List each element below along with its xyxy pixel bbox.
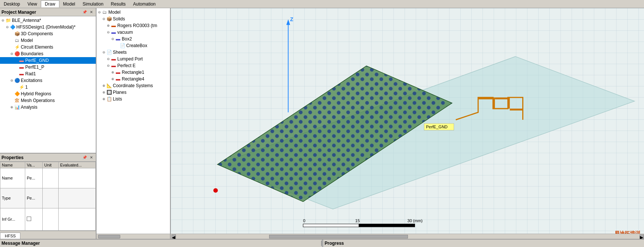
toggle-box2[interactable]: ⊖	[111, 37, 115, 41]
scroll-left-btn[interactable]: ◀	[171, 234, 176, 239]
tree-hfss-design[interactable]: ⊖ 🔷 HFSSDesign1 (DrivenModal)*	[0, 24, 96, 30]
tree-coord-systems[interactable]: ⊕ 📐 Coordinate Systems	[97, 82, 170, 89]
scroll-thumb[interactable]	[269, 235, 408, 238]
createbox-icon: 📄	[120, 43, 125, 49]
middle-hscroll[interactable]	[97, 234, 170, 239]
prop-close-icon[interactable]: ✕	[88, 155, 94, 161]
toggle-hybrid[interactable]: ⊕	[10, 92, 14, 96]
toggle-perfect-e[interactable]: ⊖	[106, 63, 111, 68]
infgr-checkbox[interactable]	[27, 217, 31, 221]
tree-rad1[interactable]: ⊕ ▬ Rad1	[0, 70, 96, 77]
toggle-model-root[interactable]: ⊖	[97, 10, 102, 14]
tree-model-root[interactable]: ⊖ 🗂 Model	[97, 9, 170, 16]
prop-type-eval	[58, 188, 95, 208]
toggle-solids[interactable]: ⊖	[102, 17, 106, 21]
z-axis-label: Z	[290, 16, 293, 22]
menu-draw[interactable]: Draw	[41, 0, 59, 7]
toggle-exc-1[interactable]: ⊕	[14, 85, 19, 89]
toggle-perfe1-p[interactable]: ⊕	[14, 65, 19, 69]
mesh-label: Mesh Operations	[21, 98, 55, 103]
toggle-mesh[interactable]: ⊕	[10, 98, 14, 103]
panel-icon-group: 📌 ✕	[82, 9, 94, 15]
middle-panel: ⊖ 🗂 Model ⊖ 📦 Solids ⊕ ▬ Rogers RO3003 (…	[97, 8, 171, 239]
menu-desktop[interactable]: Desktop	[0, 1, 24, 7]
mesh-icon: 🕸	[14, 98, 20, 103]
tree-createbox[interactable]: ⊕ 📄 CreateBox	[97, 42, 170, 49]
tree-hybrid-regions[interactable]: ⊕ 🔶 Hybrid Regions	[0, 90, 96, 97]
toggle-circuit[interactable]: ⊕	[10, 45, 14, 49]
scroll-track[interactable]	[177, 235, 639, 238]
prop-row-type: Type Pe...	[0, 188, 96, 208]
toggle-perfe-gnd[interactable]: ⊕	[14, 58, 19, 63]
trace-horiz2	[495, 98, 508, 99]
tree-exc-1[interactable]: ⊕ ⚡ 1	[0, 84, 96, 90]
tree-lumped-port[interactable]: ⊖ ▬ Lumped Port	[97, 56, 170, 62]
tree-perfe-gnd[interactable]: ⊕ ▬ PerfE_GND	[0, 57, 96, 64]
tree-model[interactable]: ⊕ 🗂 Model	[0, 37, 96, 44]
vacuum-label: vacuum	[117, 30, 133, 35]
menu-automation[interactable]: Automation	[130, 1, 160, 7]
toggle-ble-antenna[interactable]: ⊖	[1, 18, 5, 23]
scroll-right-btn[interactable]: ▶	[640, 234, 644, 239]
toggle-model[interactable]: ⊕	[10, 38, 14, 43]
rogers-icon: ▬	[111, 23, 117, 29]
menu-simulation[interactable]: Simulation	[79, 1, 107, 7]
model-label: Model	[21, 38, 33, 43]
toggle-sheets[interactable]: ⊖	[102, 50, 106, 55]
prop-pin-icon[interactable]: 📌	[82, 155, 88, 161]
tree-rectangle4[interactable]: ⊕ ▬ Rectangle4	[97, 76, 170, 82]
menu-view[interactable]: View	[24, 1, 41, 7]
toggle-rad1[interactable]: ⊕	[14, 72, 19, 76]
tree-circuit-elements[interactable]: ⊕ ⚡ Circuit Elements	[0, 44, 96, 50]
toggle-3d[interactable]: ⊕	[10, 32, 14, 36]
tree-perfect-e[interactable]: ⊖ ▬ Perfect E	[97, 62, 170, 69]
tree-rogers[interactable]: ⊕ ▬ Rogers RO3003 (tm	[97, 22, 170, 29]
toggle-lists[interactable]: ⊕	[102, 97, 106, 101]
col-evaluated: Evaluated...	[58, 162, 95, 168]
toggle-excitations[interactable]: ⊖	[10, 78, 14, 83]
toggle-createbox[interactable]: ⊕	[115, 43, 120, 48]
toggle-rect4[interactable]: ⊕	[111, 77, 115, 81]
tree-excitations[interactable]: ⊖ 🔵 Excitations	[0, 77, 96, 84]
hfss-tab[interactable]: HFSS	[0, 233, 20, 239]
tree-perfe1-p[interactable]: ⊕ ▬ PerfE1_P	[0, 64, 96, 70]
rad1-label: Rad1	[25, 71, 36, 76]
menu-results[interactable]: Results	[107, 1, 130, 7]
toggle-planes[interactable]: ⊕	[102, 90, 106, 95]
rogers-label: Rogers RO3003 (tm	[117, 23, 157, 28]
left-panel: Project Manager 📌 ✕ ⊖ 📁 BLE_Antenna* ⊖ 🔷…	[0, 8, 97, 239]
tree-boundaries[interactable]: ⊖ 🔴 Boundaries	[0, 50, 96, 57]
toggle-coord[interactable]: ⊕	[102, 83, 106, 88]
menu-model[interactable]: Model	[59, 1, 79, 7]
pin-icon[interactable]: 📌	[82, 9, 88, 15]
perfect-e-label: Perfect E	[117, 63, 135, 68]
toggle-rect1[interactable]: ⊕	[111, 70, 115, 75]
model-root-icon: 🗂	[102, 9, 108, 15]
tree-planes[interactable]: ⊕ 🔲 Planes	[97, 89, 170, 96]
tree-sheets[interactable]: ⊖ 📄 Sheets	[97, 49, 170, 56]
tree-box2[interactable]: ⊖ ▬ Box2	[97, 36, 170, 42]
toggle-vacuum[interactable]: ⊖	[106, 30, 111, 34]
tree-lists[interactable]: ⊕ 📋 Lists	[97, 96, 170, 102]
toggle-analysis[interactable]: ⊕	[10, 105, 14, 109]
tree-vacuum[interactable]: ⊖ ▬ vacuum	[97, 29, 170, 36]
close-icon[interactable]: ✕	[88, 9, 94, 15]
tree-solids[interactable]: ⊖ 📦 Solids	[97, 16, 170, 22]
toggle-boundaries[interactable]: ⊖	[10, 52, 14, 56]
tree-mesh-operations[interactable]: ⊕ 🕸 Mesh Operations	[0, 97, 96, 104]
viewport[interactable]: Z	[171, 8, 644, 239]
tree-3d-components[interactable]: ⊕ 📦 3D Components	[0, 30, 96, 37]
toggle-hfss[interactable]: ⊖	[5, 25, 10, 29]
perfe1-p-icon: ▬	[19, 64, 24, 70]
tree-ble-antenna[interactable]: ⊖ 📁 BLE_Antenna*	[0, 17, 96, 24]
middle-hscroll-thumb[interactable]	[98, 235, 120, 238]
tree-analysis[interactable]: ⊕ 📊 Analysis	[0, 104, 96, 111]
col-unit: Unit	[43, 162, 59, 168]
perfe1-p-label: PerfE1_P	[25, 65, 44, 70]
prop-row-infgr: Inf Gr...	[0, 208, 96, 230]
viewport-hscroll[interactable]: ◀ ▶	[171, 234, 644, 239]
toggle-rogers[interactable]: ⊕	[106, 23, 111, 28]
scale-15: 15	[355, 218, 360, 223]
tree-rectangle1[interactable]: ⊕ ▬ Rectangle1	[97, 69, 170, 76]
toggle-lumped-port[interactable]: ⊖	[106, 57, 111, 61]
